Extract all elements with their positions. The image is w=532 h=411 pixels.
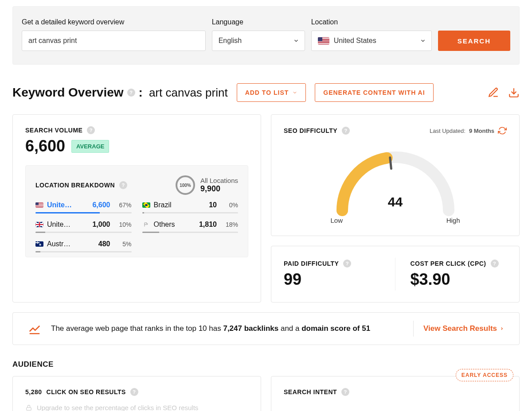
help-icon[interactable]: ? — [342, 127, 350, 135]
cpc-value: $3.90 — [411, 270, 507, 289]
location-row[interactable]: Others1,81018% — [142, 221, 239, 233]
chevron-down-icon — [292, 90, 297, 95]
all-locations-value: 9,900 — [200, 184, 238, 194]
add-to-list-label: ADD TO LIST — [245, 89, 289, 96]
backlinks-bold1: 7,247 backlinks — [223, 324, 278, 333]
location-row[interactable]: Unite…1,00010% — [35, 221, 132, 233]
language-label: Language — [212, 18, 305, 26]
generate-ai-button[interactable]: GENERATE CONTENT WITH AI — [315, 83, 433, 102]
chevron-down-icon — [293, 38, 299, 44]
au-flag-icon — [35, 241, 43, 247]
seo-clicks-card: 5,280 CLICK ON SEO RESULTS ? Upgrade to … — [12, 376, 261, 411]
paid-cpc-card: PAID DIFFICULTY ? 99 COST PER CLICK (CPC… — [271, 246, 520, 302]
pct-ring-icon: 100% — [176, 175, 195, 195]
paid-difficulty-value: 99 — [284, 270, 386, 289]
search-button[interactable]: SEARCH — [438, 31, 510, 51]
location-value: United States — [334, 37, 376, 45]
location-breakdown-heading-text: LOCATION BREAKDOWN — [35, 182, 115, 189]
help-icon[interactable]: ? — [127, 89, 135, 97]
br-flag-icon — [142, 202, 150, 208]
help-icon[interactable]: ? — [130, 388, 138, 396]
seo-clicks-heading: 5,280 CLICK ON SEO RESULTS ? — [25, 388, 248, 396]
chevron-down-icon — [420, 38, 426, 44]
location-label: Location — [311, 18, 432, 26]
location-breakdown-panel: LOCATION BREAKDOWN ? 100% All Locations … — [25, 165, 248, 257]
lock-icon — [25, 404, 32, 411]
seo-clicks-locked: Upgrade to see the percentage of clicks … — [25, 404, 248, 411]
search-volume-value: 6,600 — [25, 137, 65, 155]
uk-flag-icon — [35, 222, 43, 227]
chart-icon — [28, 322, 41, 335]
us-flag-icon — [318, 37, 329, 45]
language-select[interactable]: English — [212, 31, 305, 51]
location-bar — [35, 212, 132, 213]
help-icon[interactable]: ? — [119, 181, 127, 189]
help-icon[interactable]: ? — [87, 126, 95, 134]
early-access-badge: EARLY ACCESS — [456, 369, 513, 381]
all-locations-summary: 100% All Locations 9,900 — [176, 175, 238, 195]
volume-badge: AVERAGE — [71, 140, 109, 153]
last-updated-value: 9 Months — [469, 128, 494, 134]
location-pct: 5% — [114, 240, 132, 248]
seo-difficulty-card: SEO DIFFICULTY ? Last Updated: 9 Months … — [271, 114, 520, 236]
search-intent-heading: SEARCH INTENT ? — [284, 388, 507, 396]
location-field: Location United States — [311, 18, 432, 51]
location-row[interactable]: Unite…6,60067% — [35, 201, 132, 213]
flag-other-icon — [142, 222, 150, 227]
location-select[interactable]: United States — [311, 31, 432, 51]
location-list: Unite…6,60067%Brazil100%Unite…1,00010%Ot… — [35, 201, 238, 252]
location-bar — [35, 251, 132, 252]
location-row[interactable]: Brazil100% — [142, 201, 239, 213]
search-intent-heading-text: SEARCH INTENT — [284, 388, 337, 395]
view-search-results-link[interactable]: View Search Results — [423, 324, 504, 333]
location-row[interactable]: Austr…4805% — [35, 240, 132, 252]
seo-clicks-value: 5,280 — [25, 388, 42, 395]
all-locations-label: All Locations — [200, 177, 238, 184]
download-icon[interactable] — [508, 87, 520, 98]
location-name: Austr… — [47, 240, 80, 248]
search-panel: Get a detailed keyword overview Language… — [12, 6, 520, 65]
language-field: Language English — [212, 18, 305, 51]
title-main: Keyword Overview — [12, 85, 124, 100]
help-icon[interactable]: ? — [491, 260, 499, 268]
backlinks-bar: The average web page that ranks in the t… — [12, 312, 520, 345]
help-icon[interactable]: ? — [343, 260, 351, 268]
location-name: Others — [154, 221, 187, 229]
svg-rect-1 — [27, 407, 31, 410]
add-to-list-button[interactable]: ADD TO LIST — [237, 83, 306, 102]
location-bar — [142, 212, 239, 213]
search-volume-heading: SEARCH VOLUME ? — [25, 126, 248, 134]
backlinks-text: The average web page that ranks in the t… — [51, 324, 403, 333]
help-icon[interactable]: ? — [341, 388, 349, 396]
seo-clicks-text: CLICK ON SEO RESULTS — [47, 388, 126, 395]
cpc-heading-text: COST PER CLICK (CPC) — [411, 260, 486, 267]
edit-icon[interactable] — [488, 87, 499, 98]
location-value: 1,810 — [190, 221, 217, 229]
title-keyword: art canvas print — [149, 86, 228, 100]
cpc-heading: COST PER CLICK (CPC) ? — [411, 260, 507, 268]
seo-difficulty-heading: SEO DIFFICULTY ? — [284, 127, 350, 135]
location-bar — [142, 232, 239, 233]
seo-clicks-locked-text: Upgrade to see the percentage of clicks … — [37, 404, 198, 411]
location-breakdown-heading: LOCATION BREAKDOWN ? — [35, 181, 127, 189]
cards-grid: SEARCH VOLUME ? 6,600 AVERAGE LOCATION B… — [12, 114, 520, 345]
location-name: Unite… — [47, 201, 80, 209]
location-bar — [35, 232, 132, 233]
audience-grid: EARLY ACCESS 5,280 CLICK ON SEO RESULTS … — [12, 376, 520, 411]
refresh-icon[interactable] — [498, 126, 507, 135]
paid-difficulty-block: PAID DIFFICULTY ? 99 — [284, 258, 395, 291]
location-name: Brazil — [154, 201, 187, 209]
last-updated: Last Updated: 9 Months — [430, 126, 507, 135]
keyword-input[interactable] — [22, 31, 206, 51]
chevron-right-icon — [500, 326, 504, 332]
location-pct: 18% — [220, 221, 238, 228]
audience-heading: AUDIENCE — [12, 360, 520, 369]
divider — [413, 321, 414, 337]
location-pct: 10% — [114, 221, 132, 228]
location-value: 1,000 — [84, 221, 110, 229]
seo-difficulty-heading-text: SEO DIFFICULTY — [284, 127, 337, 134]
backlinks-pre: The average web page that ranks in the t… — [51, 324, 223, 333]
paid-difficulty-heading-text: PAID DIFFICULTY — [284, 260, 339, 267]
location-value: 6,600 — [84, 201, 110, 209]
location-pct: 67% — [114, 202, 132, 209]
